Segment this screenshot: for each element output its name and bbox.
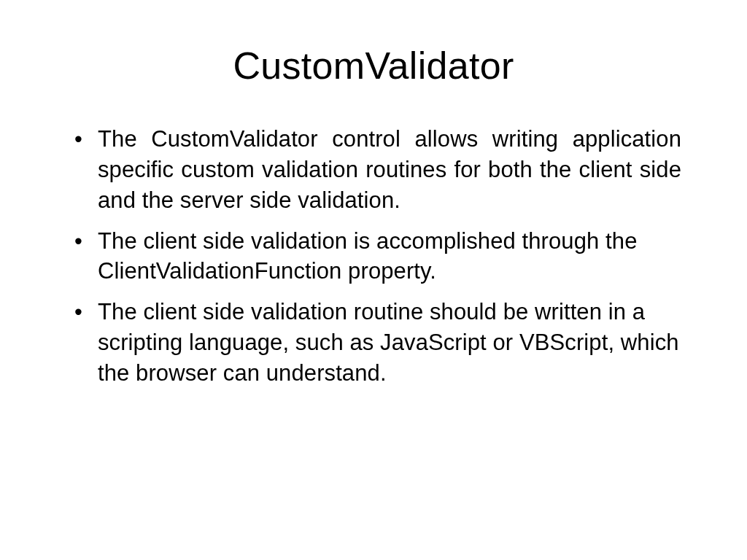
slide-container: CustomValidator The CustomValidator cont… [0, 0, 747, 560]
list-item: The client side validation routine shoul… [66, 297, 681, 389]
list-item: The client side validation is accomplish… [66, 226, 681, 287]
slide-title: CustomValidator [66, 44, 681, 88]
bullet-list: The CustomValidator control allows writi… [66, 124, 681, 389]
list-item: The CustomValidator control allows writi… [66, 124, 681, 216]
slide-content: The CustomValidator control allows writi… [66, 124, 681, 389]
